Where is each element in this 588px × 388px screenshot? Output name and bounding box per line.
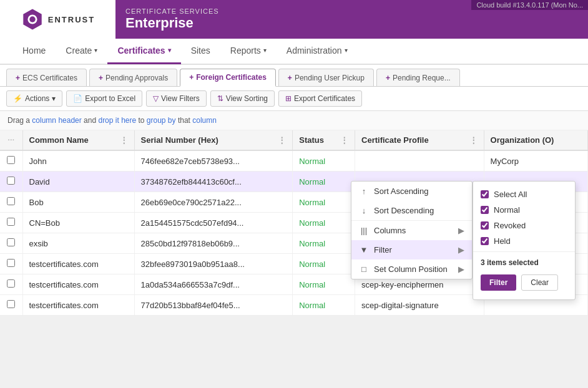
column-context-menu: ↑ Sort Ascending ↓ Sort Descending ||| C… (351, 181, 473, 279)
col-handle-serial-icon: ⋮ (278, 135, 286, 145)
row-checkbox[interactable] (7, 259, 15, 267)
columns-icon: ||| (359, 226, 369, 235)
row-status: Normal (293, 233, 355, 254)
cloud-build-info: Cloud build #13.4.0.117 (Mon No... (471, 0, 588, 10)
sort-asc-icon: ↑ (359, 187, 369, 196)
row-common-name: John (22, 150, 134, 172)
row-checkbox[interactable] (7, 197, 15, 205)
filter-actions: Filter Clear (473, 271, 575, 294)
row-common-name: testcertificates.com (22, 254, 134, 274)
row-checkbox-cell[interactable] (0, 150, 22, 172)
filter-item-held[interactable]: Held (473, 233, 575, 249)
col-handle-profile-icon: ⋮ (469, 135, 478, 145)
reports-arrow-icon: ▾ (263, 47, 267, 54)
nav-item-certificates[interactable]: Certificates ▾ (107, 38, 180, 64)
certificates-arrow-icon: ▾ (168, 47, 171, 54)
row-profile: scep-digital-signature (355, 295, 484, 316)
row-checkbox-cell[interactable] (0, 295, 22, 316)
tab-foreign-certificates[interactable]: + Foreign Certificates (180, 69, 276, 87)
filter-menu-icon: ▼ (359, 245, 369, 255)
excel-icon: 📄 (73, 94, 82, 103)
col-header-org[interactable]: Organization (O) (484, 130, 587, 150)
app-title: Enterprise (125, 15, 578, 31)
tab-pending-approvals[interactable]: + Pending Approvals (89, 69, 177, 86)
tabs-bar: + ECS Certificates + Pending Approvals +… (0, 65, 588, 87)
row-org: MyCorp (484, 150, 587, 172)
menu-filter[interactable]: ▼ Filter ▶ (351, 240, 472, 259)
drag-hint: Drag a column header and drop it here to… (0, 111, 588, 130)
row-status: Normal (293, 150, 355, 172)
row-status: Normal (293, 172, 355, 192)
row-checkbox[interactable] (7, 300, 15, 308)
filter-item-select-all[interactable]: Select All (473, 187, 575, 202)
menu-sort-descending[interactable]: ↓ Sort Descending (351, 201, 472, 220)
nav-item-home[interactable]: Home (12, 38, 56, 64)
row-checkbox-cell[interactable] (0, 192, 22, 213)
row-checkbox-cell[interactable] (0, 172, 22, 192)
create-arrow-icon: ▾ (94, 47, 97, 54)
actions-button[interactable]: ⚡ Actions ▾ (6, 90, 62, 107)
nav-item-create[interactable]: Create ▾ (56, 38, 107, 64)
menu-sort-ascending[interactable]: ↑ Sort Ascending (351, 182, 472, 201)
filter-clear-button[interactable]: Clear (521, 274, 558, 291)
row-status: Normal (293, 274, 355, 295)
row-checkbox-cell[interactable] (0, 213, 22, 233)
row-checkbox[interactable] (7, 238, 15, 246)
export-icon: ⊞ (285, 94, 292, 103)
row-checkbox-cell[interactable] (0, 274, 22, 295)
row-profile (355, 150, 484, 172)
filter-checkbox-normal[interactable] (481, 206, 489, 214)
menu-columns[interactable]: ||| Columns ▶ (351, 221, 472, 240)
filter-checkbox-held[interactable] (481, 237, 489, 245)
filter-submenu: Select All Normal Revoked Held 3 items s… (473, 181, 576, 300)
row-checkbox-cell[interactable] (0, 254, 22, 274)
view-sorting-button[interactable]: ⇅ View Sorting (210, 90, 275, 107)
row-status: Normal (293, 254, 355, 274)
col-pos-arrow-icon: ▶ (458, 264, 464, 274)
row-checkbox[interactable] (7, 279, 15, 288)
filter-checkbox-revoked[interactable] (481, 221, 489, 230)
row-checkbox[interactable] (7, 156, 15, 164)
filter-apply-button[interactable]: Filter (481, 274, 516, 291)
filter-arrow-icon: ▶ (458, 245, 464, 255)
nav-item-sites[interactable]: Sites (181, 38, 220, 64)
row-serial: 746fee682e7ceb5738e93... (134, 150, 293, 172)
filter-checkbox-select-all[interactable] (481, 190, 489, 198)
col-handle-icon: ⋮ (120, 135, 128, 145)
view-filters-button[interactable]: ▽ View Filters (146, 90, 207, 107)
col-handle-status-icon: ⋮ (340, 135, 348, 145)
filter-item-revoked[interactable]: Revoked (473, 218, 575, 233)
col-header-profile[interactable]: Certificate Profile ⋮ (355, 130, 484, 150)
row-common-name: Bob (22, 192, 134, 213)
tab-pending-requests[interactable]: + Pending Reque... (376, 69, 460, 86)
export-excel-button[interactable]: 📄 Export to Excel (66, 90, 142, 107)
filter-item-normal[interactable]: Normal (473, 202, 575, 218)
menu-set-column-position[interactable]: □ Set Column Position ▶ (351, 259, 472, 279)
row-serial: 26eb69e0ce790c2571a22... (134, 192, 293, 213)
nav-item-reports[interactable]: Reports ▾ (220, 38, 277, 64)
col-header-serial[interactable]: Serial Number (Hex) ⋮ (134, 130, 293, 150)
svg-point-2 (29, 16, 36, 22)
admin-arrow-icon: ▾ (345, 47, 348, 54)
row-serial: 1a0da534a666553a7c9df... (134, 274, 293, 295)
toolbar: ⚡ Actions ▾ 📄 Export to Excel ▽ View Fil… (0, 87, 588, 111)
export-certificates-button[interactable]: ⊞ Export Certificates (278, 90, 362, 107)
row-checkbox[interactable] (7, 177, 15, 185)
col-header-checkbox[interactable]: ⋯ (0, 130, 22, 150)
row-checkbox-cell[interactable] (0, 233, 22, 254)
col-header-common-name[interactable]: Common Name ⋮ (22, 130, 134, 150)
sort-icon: ⇅ (217, 94, 223, 103)
tab-pending-user-pickup[interactable]: + Pending User Pickup (278, 69, 374, 86)
col-header-status[interactable]: Status ⋮ (293, 130, 355, 150)
tab-ecs-certificates[interactable]: + ECS Certificates (6, 69, 87, 86)
row-status: Normal (293, 295, 355, 316)
row-status: Normal (293, 192, 355, 213)
table-row: John 746fee682e7ceb5738e93... Normal MyC… (0, 150, 588, 172)
nav-item-administration[interactable]: Administration ▾ (277, 38, 358, 64)
row-common-name: exsib (22, 233, 134, 254)
row-common-name: testcertificates.com (22, 295, 134, 316)
row-serial: 77d20b513bbaf84ef04fe5... (134, 295, 293, 316)
row-checkbox[interactable] (7, 218, 15, 226)
row-serial: 285c0bd12f97818eb06b9... (134, 233, 293, 254)
filter-selected-count: 3 items selected (473, 255, 575, 271)
